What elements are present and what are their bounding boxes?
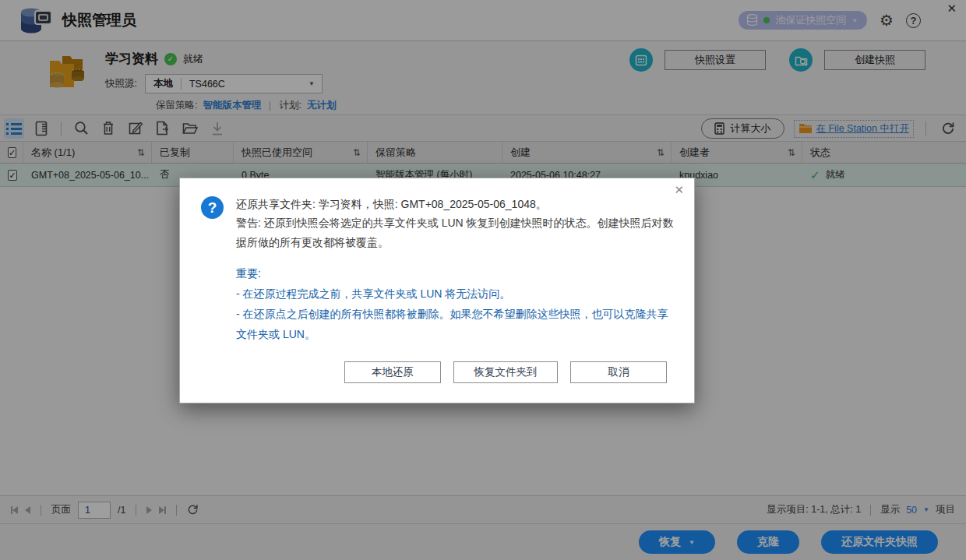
cancel-button[interactable]: 取消: [570, 361, 667, 383]
dialog-title: 还原共享文件夹: 学习资料，快照: GMT+08_2025-05-06_1048…: [236, 195, 674, 213]
dialog-warning: 警告: 还原到快照会将选定的共享文件夹或 LUN 恢复到创建快照时的状态。创建快…: [236, 213, 674, 252]
dialog-important-label: 重要:: [236, 263, 674, 284]
restore-folder-to-button[interactable]: 恢复文件夹到: [453, 361, 558, 383]
local-restore-button[interactable]: 本地还原: [344, 361, 441, 383]
dialog-point-2: - 在还原点之后创建的所有快照都将被删除。如果您不希望删除这些快照，也可以克隆共…: [236, 304, 674, 344]
dialog-point-1: - 在还原过程完成之前，共享文件夹或 LUN 将无法访问。: [236, 284, 674, 304]
dialog-close-icon[interactable]: ✕: [674, 183, 684, 197]
restore-confirm-dialog: ✕ ? 还原共享文件夹: 学习资料，快照: GMT+08_2025-05-06_…: [179, 178, 695, 403]
question-mark-icon: ?: [201, 196, 224, 219]
